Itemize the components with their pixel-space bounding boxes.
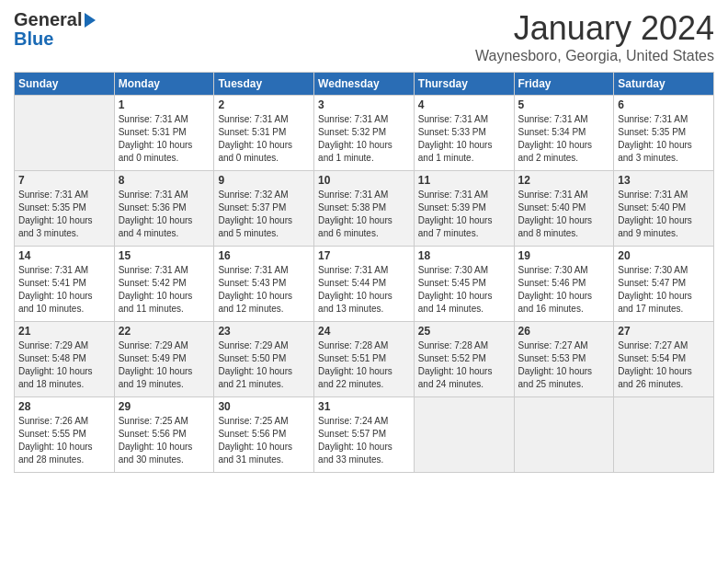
- sunrise-text: Sunrise: 7:31 AM: [119, 113, 210, 126]
- col-friday: Friday: [514, 73, 614, 96]
- day-number: 28: [18, 400, 110, 413]
- daylight-text: Daylight: 10 hours and 8 minutes.: [518, 214, 610, 240]
- day-number: 7: [18, 174, 110, 187]
- sunset-text: Sunset: 5:53 PM: [518, 352, 610, 365]
- calendar-week-row: 14 Sunrise: 7:31 AM Sunset: 5:41 PM Dayl…: [15, 247, 714, 322]
- sunrise-text: Sunrise: 7:31 AM: [518, 189, 610, 201]
- day-info: Sunrise: 7:24 AM Sunset: 5:57 PM Dayligh…: [318, 415, 410, 466]
- sunrise-text: Sunrise: 7:31 AM: [418, 113, 510, 126]
- daylight-text: Daylight: 10 hours and 11 minutes.: [119, 290, 210, 316]
- sunrise-text: Sunrise: 7:29 AM: [218, 339, 310, 352]
- day-info: Sunrise: 7:31 AM Sunset: 5:33 PM Dayligh…: [418, 113, 510, 165]
- sunrise-text: Sunrise: 7:30 AM: [518, 264, 610, 277]
- day-info: Sunrise: 7:29 AM Sunset: 5:49 PM Dayligh…: [119, 339, 210, 391]
- sunrise-text: Sunrise: 7:26 AM: [18, 415, 110, 428]
- calendar-cell: 3 Sunrise: 7:31 AM Sunset: 5:32 PM Dayli…: [314, 96, 415, 171]
- day-info: Sunrise: 7:31 AM Sunset: 5:39 PM Dayligh…: [418, 189, 510, 240]
- calendar-cell: 9 Sunrise: 7:32 AM Sunset: 5:37 PM Dayli…: [214, 171, 314, 247]
- day-info: Sunrise: 7:32 AM Sunset: 5:37 PM Dayligh…: [218, 189, 310, 240]
- calendar-cell: 14 Sunrise: 7:31 AM Sunset: 5:41 PM Dayl…: [15, 247, 115, 322]
- calendar-cell: 21 Sunrise: 7:29 AM Sunset: 5:48 PM Dayl…: [15, 322, 115, 397]
- calendar-cell: 11 Sunrise: 7:31 AM Sunset: 5:39 PM Dayl…: [414, 171, 514, 247]
- sunset-text: Sunset: 5:43 PM: [218, 277, 310, 290]
- calendar-cell: 31 Sunrise: 7:24 AM Sunset: 5:57 PM Dayl…: [314, 397, 415, 473]
- daylight-text: Daylight: 10 hours and 10 minutes.: [18, 290, 110, 316]
- calendar-cell: 15 Sunrise: 7:31 AM Sunset: 5:42 PM Dayl…: [114, 247, 214, 322]
- daylight-text: Daylight: 10 hours and 33 minutes.: [318, 441, 410, 466]
- daylight-text: Daylight: 10 hours and 0 minutes.: [119, 139, 210, 165]
- col-tuesday: Tuesday: [214, 73, 314, 96]
- day-info: Sunrise: 7:31 AM Sunset: 5:34 PM Dayligh…: [518, 113, 610, 165]
- calendar-cell: 27 Sunrise: 7:27 AM Sunset: 5:54 PM Dayl…: [614, 322, 714, 397]
- day-info: Sunrise: 7:31 AM Sunset: 5:44 PM Dayligh…: [318, 264, 410, 316]
- month-title: January 2024: [475, 9, 714, 48]
- calendar-cell: [514, 397, 614, 473]
- sunrise-text: Sunrise: 7:27 AM: [518, 339, 610, 352]
- daylight-text: Daylight: 10 hours and 9 minutes.: [618, 214, 710, 240]
- sunrise-text: Sunrise: 7:31 AM: [618, 113, 710, 126]
- day-info: Sunrise: 7:28 AM Sunset: 5:52 PM Dayligh…: [418, 339, 510, 391]
- sunrise-text: Sunrise: 7:31 AM: [618, 189, 710, 201]
- day-number: 21: [18, 325, 110, 338]
- calendar-cell: 10 Sunrise: 7:31 AM Sunset: 5:38 PM Dayl…: [314, 171, 415, 247]
- sunset-text: Sunset: 5:40 PM: [518, 201, 610, 214]
- day-info: Sunrise: 7:25 AM Sunset: 5:56 PM Dayligh…: [119, 415, 210, 466]
- day-info: Sunrise: 7:25 AM Sunset: 5:56 PM Dayligh…: [218, 415, 310, 466]
- daylight-text: Daylight: 10 hours and 3 minutes.: [618, 139, 710, 165]
- sunrise-text: Sunrise: 7:24 AM: [318, 415, 410, 428]
- daylight-text: Daylight: 10 hours and 1 minute.: [418, 139, 510, 165]
- day-number: 9: [218, 174, 310, 187]
- sunset-text: Sunset: 5:39 PM: [418, 201, 510, 214]
- daylight-text: Daylight: 10 hours and 18 minutes.: [18, 365, 110, 391]
- sunrise-text: Sunrise: 7:29 AM: [119, 339, 210, 352]
- calendar-cell: 8 Sunrise: 7:31 AM Sunset: 5:36 PM Dayli…: [114, 171, 214, 247]
- day-info: Sunrise: 7:31 AM Sunset: 5:42 PM Dayligh…: [119, 264, 210, 316]
- day-info: Sunrise: 7:31 AM Sunset: 5:41 PM Dayligh…: [18, 264, 110, 316]
- sunset-text: Sunset: 5:50 PM: [218, 352, 310, 365]
- day-info: Sunrise: 7:31 AM Sunset: 5:43 PM Dayligh…: [218, 264, 310, 316]
- day-number: 27: [618, 325, 710, 338]
- day-info: Sunrise: 7:30 AM Sunset: 5:47 PM Dayligh…: [618, 264, 710, 316]
- day-info: Sunrise: 7:29 AM Sunset: 5:48 PM Dayligh…: [18, 339, 110, 391]
- day-info: Sunrise: 7:31 AM Sunset: 5:35 PM Dayligh…: [618, 113, 710, 165]
- day-number: 15: [119, 249, 210, 262]
- calendar-cell: 6 Sunrise: 7:31 AM Sunset: 5:35 PM Dayli…: [614, 96, 714, 171]
- calendar-cell: 5 Sunrise: 7:31 AM Sunset: 5:34 PM Dayli…: [514, 96, 614, 171]
- day-number: 14: [18, 249, 110, 262]
- daylight-text: Daylight: 10 hours and 25 minutes.: [518, 365, 610, 391]
- sunset-text: Sunset: 5:38 PM: [318, 201, 410, 214]
- sunset-text: Sunset: 5:45 PM: [418, 277, 510, 290]
- calendar-cell: 4 Sunrise: 7:31 AM Sunset: 5:33 PM Dayli…: [414, 96, 514, 171]
- daylight-text: Daylight: 10 hours and 1 minute.: [318, 139, 410, 165]
- daylight-text: Daylight: 10 hours and 19 minutes.: [119, 365, 210, 391]
- calendar-header-row: Sunday Monday Tuesday Wednesday Thursday…: [15, 73, 714, 96]
- daylight-text: Daylight: 10 hours and 5 minutes.: [218, 214, 310, 240]
- day-info: Sunrise: 7:31 AM Sunset: 5:31 PM Dayligh…: [218, 113, 310, 165]
- day-info: Sunrise: 7:31 AM Sunset: 5:36 PM Dayligh…: [119, 189, 210, 240]
- sunset-text: Sunset: 5:56 PM: [119, 428, 210, 441]
- daylight-text: Daylight: 10 hours and 16 minutes.: [518, 290, 610, 316]
- calendar-cell: 25 Sunrise: 7:28 AM Sunset: 5:52 PM Dayl…: [414, 322, 514, 397]
- sunset-text: Sunset: 5:34 PM: [518, 126, 610, 139]
- sunrise-text: Sunrise: 7:28 AM: [418, 339, 510, 352]
- calendar-cell: 24 Sunrise: 7:28 AM Sunset: 5:51 PM Dayl…: [314, 322, 415, 397]
- sunrise-text: Sunrise: 7:31 AM: [418, 189, 510, 201]
- calendar-week-row: 7 Sunrise: 7:31 AM Sunset: 5:35 PM Dayli…: [15, 171, 714, 247]
- calendar-cell: 2 Sunrise: 7:31 AM Sunset: 5:31 PM Dayli…: [214, 96, 314, 171]
- daylight-text: Daylight: 10 hours and 30 minutes.: [119, 441, 210, 466]
- sunrise-text: Sunrise: 7:31 AM: [18, 264, 110, 277]
- day-number: 3: [318, 98, 410, 111]
- col-thursday: Thursday: [414, 73, 514, 96]
- calendar-cell: 28 Sunrise: 7:26 AM Sunset: 5:55 PM Dayl…: [15, 397, 115, 473]
- day-info: Sunrise: 7:31 AM Sunset: 5:40 PM Dayligh…: [518, 189, 610, 240]
- logo-text-general: General: [14, 9, 82, 30]
- daylight-text: Daylight: 10 hours and 0 minutes.: [218, 139, 310, 165]
- daylight-text: Daylight: 10 hours and 17 minutes.: [618, 290, 710, 316]
- day-number: 4: [418, 98, 510, 111]
- title-block: January 2024 Waynesboro, Georgia, United…: [475, 9, 714, 64]
- sunrise-text: Sunrise: 7:31 AM: [218, 113, 310, 126]
- day-number: 29: [119, 400, 210, 413]
- calendar-cell: 7 Sunrise: 7:31 AM Sunset: 5:35 PM Dayli…: [15, 171, 115, 247]
- day-info: Sunrise: 7:31 AM Sunset: 5:35 PM Dayligh…: [18, 189, 110, 240]
- sunset-text: Sunset: 5:42 PM: [119, 277, 210, 290]
